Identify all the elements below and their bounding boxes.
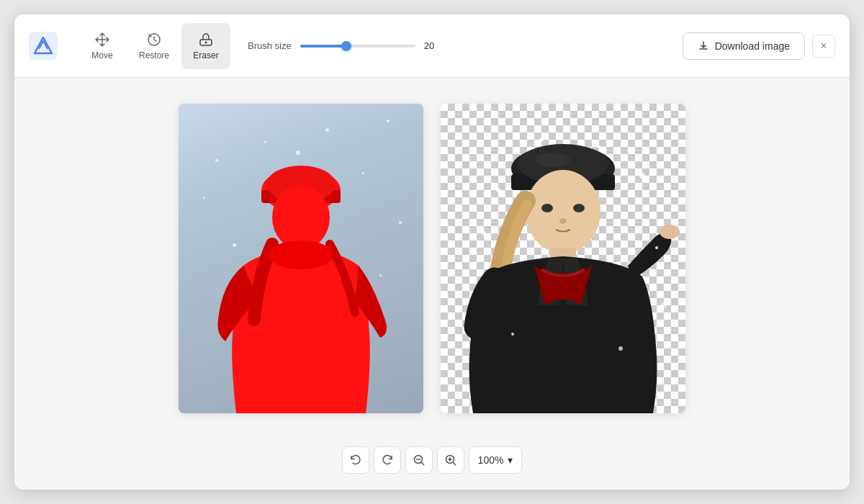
brush-size-label: Brush size bbox=[248, 40, 292, 51]
restore-icon bbox=[146, 32, 162, 48]
header: Move Restore Eraser Brush si bbox=[14, 14, 850, 78]
svg-point-19 bbox=[496, 188, 500, 192]
left-canvas bbox=[179, 104, 423, 413]
redo-button[interactable] bbox=[374, 446, 401, 474]
svg-point-27 bbox=[598, 145, 600, 148]
zoom-in-icon bbox=[444, 454, 457, 467]
svg-point-22 bbox=[655, 246, 658, 249]
svg-point-16 bbox=[559, 218, 567, 224]
brush-size-slider[interactable] bbox=[300, 45, 415, 48]
right-image-panel[interactable] bbox=[441, 104, 685, 413]
red-person-overlay bbox=[215, 132, 387, 413]
close-icon: × bbox=[820, 40, 827, 53]
snow-particle bbox=[387, 120, 390, 122]
svg-point-7 bbox=[272, 185, 330, 250]
download-icon bbox=[698, 40, 709, 52]
zoom-in-button[interactable] bbox=[437, 446, 464, 474]
brush-size-value: 20 bbox=[424, 40, 434, 51]
header-right: Download image × bbox=[683, 32, 835, 60]
eraser-icon bbox=[198, 32, 214, 48]
zoom-dropdown-arrow: ▾ bbox=[508, 454, 513, 466]
zoom-value: 100% bbox=[478, 454, 504, 466]
svg-point-3 bbox=[205, 41, 207, 43]
brush-size-area: Brush size 20 bbox=[248, 40, 683, 51]
svg-point-23 bbox=[618, 346, 623, 351]
snow-particle bbox=[203, 197, 205, 199]
svg-point-15 bbox=[573, 204, 585, 212]
zoom-dropdown[interactable]: 100% ▾ bbox=[469, 446, 523, 474]
eraser-tool-button[interactable]: Eraser bbox=[181, 23, 230, 69]
svg-point-8 bbox=[269, 240, 333, 269]
right-person-image bbox=[441, 104, 685, 413]
eraser-tool-label: Eraser bbox=[193, 50, 218, 60]
svg-point-13 bbox=[526, 170, 600, 253]
svg-point-26 bbox=[539, 138, 544, 142]
svg-point-14 bbox=[541, 204, 553, 212]
svg-point-20 bbox=[639, 173, 645, 179]
svg-rect-0 bbox=[29, 32, 58, 60]
undo-icon bbox=[349, 454, 362, 467]
left-image-panel[interactable] bbox=[179, 104, 423, 413]
restore-tool-label: Restore bbox=[139, 50, 169, 60]
restore-tool-button[interactable]: Restore bbox=[130, 23, 179, 69]
bottom-toolbar: 100% ▾ bbox=[14, 439, 850, 490]
svg-point-18 bbox=[660, 225, 680, 239]
download-label: Download image bbox=[715, 40, 790, 52]
tools-group: Move Restore Eraser bbox=[78, 23, 230, 69]
download-button[interactable]: Download image bbox=[683, 32, 805, 60]
move-tool-label: Move bbox=[91, 50, 112, 60]
slider-fill bbox=[300, 45, 346, 48]
zoom-out-button[interactable] bbox=[405, 446, 433, 474]
redo-icon bbox=[381, 454, 394, 467]
zoom-out-icon bbox=[413, 454, 426, 467]
slider-thumb bbox=[341, 41, 351, 51]
logo-area bbox=[29, 32, 58, 60]
close-button[interactable]: × bbox=[812, 35, 835, 58]
app-logo-icon bbox=[29, 32, 58, 60]
app-window: Move Restore Eraser Brush si bbox=[14, 14, 850, 490]
svg-point-25 bbox=[661, 302, 667, 308]
undo-button[interactable] bbox=[342, 446, 369, 474]
move-tool-button[interactable]: Move bbox=[78, 23, 127, 69]
main-content bbox=[14, 78, 850, 439]
svg-point-21 bbox=[482, 231, 486, 235]
move-icon bbox=[94, 32, 110, 48]
svg-point-12 bbox=[534, 153, 570, 167]
svg-point-24 bbox=[511, 333, 514, 336]
